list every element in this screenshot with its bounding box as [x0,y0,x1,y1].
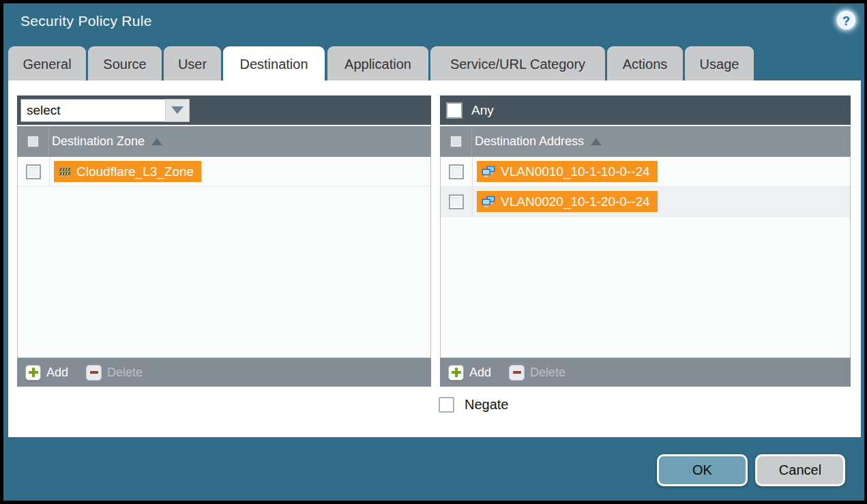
add-zone-button[interactable]: Add [25,365,68,381]
address-column-header: Destination Address [440,126,851,157]
address-chip-label: VLAN0020_10-1-20-0--24 [501,194,650,209]
address-row-checkbox[interactable] [449,194,464,209]
address-chip[interactable]: VLAN0010_10-1-10-0--24 [477,161,658,182]
add-address-button[interactable]: Add [448,365,491,381]
cancel-button[interactable]: Cancel [755,454,845,486]
zone-chip[interactable]: Cloudflare_L3_Zone [54,161,201,182]
network-address-icon [482,166,495,178]
address-list: VLAN0010_10-1-10-0--24 [440,157,851,358]
delete-icon [86,365,102,381]
tab-general[interactable]: General [8,46,86,80]
add-icon [448,365,464,381]
zone-chip-label: Cloudflare_L3_Zone [76,164,194,179]
address-chip-label: VLAN0010_10-1-10-0--24 [501,164,650,179]
tab-destination[interactable]: Destination [223,46,325,82]
network-address-icon [482,196,495,208]
delete-icon [509,365,525,381]
address-panel-topbar: Any [440,95,851,125]
negate-checkbox[interactable] [439,397,454,413]
address-row-checkbox[interactable] [449,164,464,179]
zone-filter-dropdown-button[interactable] [165,99,190,122]
sort-ascending-icon [591,138,602,145]
tab-application[interactable]: Application [327,46,428,80]
zone-column-header: Destination Zone [17,126,431,157]
address-select-all-checkbox[interactable] [450,135,462,148]
tab-user[interactable]: User [164,46,221,80]
ok-button[interactable]: OK [657,454,748,486]
tab-service-url-category[interactable]: Service/URL Category [430,46,605,80]
zone-row: Cloudflare_L3_Zone [18,157,430,187]
zone-panel-footer: Add Delete [17,358,431,387]
address-panel-footer: Add Delete [440,358,851,387]
zone-select-all-checkbox[interactable] [27,135,40,148]
zone-icon [59,166,71,177]
sort-ascending-icon [151,138,162,145]
any-address-checkbox[interactable] [446,102,462,119]
dialog-title: Security Policy Rule [20,13,152,29]
zone-filter-combobox [20,99,190,122]
tab-usage[interactable]: Usage [685,46,754,80]
delete-address-button[interactable]: Delete [509,365,565,381]
zone-filter-input[interactable] [20,99,165,122]
address-column-header-label[interactable]: Destination Address [475,134,584,149]
address-row: VLAN0020_10-1-20-0--24 [441,187,850,217]
destination-zone-panel: Destination Zone Cloudflare_ [17,95,431,387]
tab-actions[interactable]: Actions [607,46,683,80]
negate-label: Negate [465,397,509,413]
destination-address-panel: Any Destination Address [440,95,851,387]
delete-zone-button[interactable]: Delete [86,365,143,381]
address-row: VLAN0010_10-1-10-0--24 [441,157,850,187]
any-address-label: Any [471,103,494,118]
security-policy-rule-dialog: Security Policy Rule ? General Source Us… [0,0,867,504]
zone-row-checkbox[interactable] [26,164,41,179]
help-icon[interactable]: ? [837,11,855,29]
chevron-down-icon [171,106,183,114]
negate-option: Negate [439,397,509,413]
zone-column-header-label[interactable]: Destination Zone [52,134,145,149]
address-chip[interactable]: VLAN0020_10-1-20-0--24 [477,191,658,212]
zone-panel-topbar [17,95,431,125]
add-icon [25,365,41,381]
zone-list: Cloudflare_L3_Zone [17,157,431,358]
tab-source[interactable]: Source [88,46,162,80]
